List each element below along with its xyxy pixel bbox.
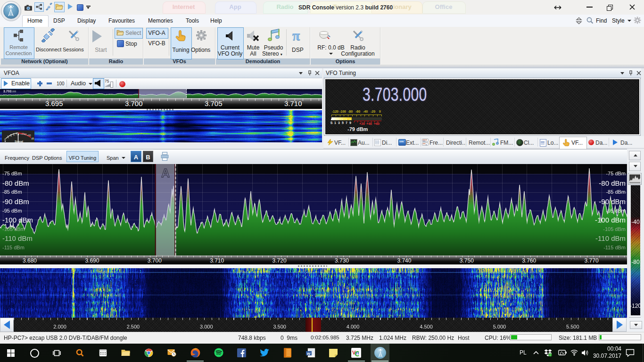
svg-text:40: 40 (24, 133, 27, 136)
svg-text:Signal: Signal (15, 140, 23, 143)
svg-text:W: W (307, 352, 311, 356)
svg-text:5: 5 (13, 133, 15, 136)
svg-text:dB: dB (31, 137, 34, 140)
svg-text:3: 3 (10, 134, 12, 137)
svg-text:1: 1 (8, 136, 9, 139)
svg-text:7: 7 (16, 133, 17, 136)
svg-text:+60: +60 (27, 134, 31, 137)
